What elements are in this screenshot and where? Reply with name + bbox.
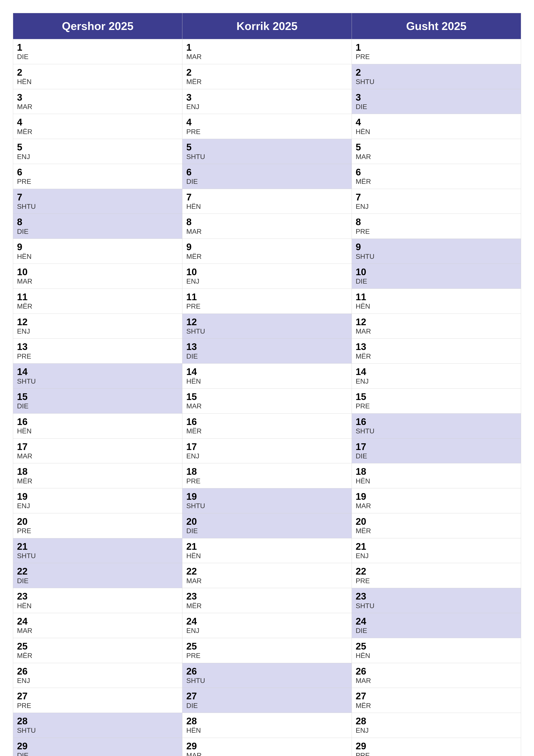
day-number: 1 <box>186 42 347 53</box>
day-number: 12 <box>356 317 517 327</box>
day-number: 23 <box>356 591 517 602</box>
day-number: 24 <box>17 616 178 627</box>
day-number: 14 <box>17 366 178 377</box>
day-number: 6 <box>17 167 178 177</box>
header-row: Qershor 2025 Korrik 2025 Gusht 2025 <box>13 13 521 39</box>
day-name: DIE <box>356 452 517 460</box>
day-name: DIE <box>356 627 517 635</box>
day-cell: 20MËR <box>352 513 521 538</box>
day-cell: 13DIE <box>182 338 352 364</box>
day-name: ENJ <box>356 202 517 210</box>
day-cell: 19ENJ <box>13 488 182 513</box>
day-number: 22 <box>356 566 517 577</box>
day-number: 22 <box>186 566 347 577</box>
day-number: 24 <box>356 616 517 627</box>
day-name: MËR <box>17 127 178 136</box>
day-cell: 11PRE <box>182 288 352 313</box>
day-cell: 2HËN <box>13 64 182 89</box>
day-cell: 16SHTU <box>352 413 521 438</box>
day-cell: 12SHTU <box>182 313 352 338</box>
day-number: 9 <box>186 242 347 252</box>
day-name: ENJ <box>356 552 517 560</box>
day-number: 27 <box>186 691 347 701</box>
day-row: 8DIE8MAR8PRE <box>13 214 521 239</box>
day-cell: 17MAR <box>13 438 182 463</box>
day-cell: 29MAR <box>182 738 352 756</box>
day-name: MAR <box>356 327 517 335</box>
day-number: 2 <box>186 67 347 78</box>
day-cell: 19SHTU <box>182 488 352 513</box>
day-cell: 2MËR <box>182 64 352 89</box>
day-row: 5ENJ5SHTU5MAR <box>13 139 521 164</box>
day-cell: 22PRE <box>352 563 521 588</box>
day-name: HËN <box>17 602 178 610</box>
day-name: ENJ <box>17 152 178 161</box>
day-name: MAR <box>186 751 347 756</box>
day-number: 10 <box>17 267 178 277</box>
day-name: PRE <box>356 53 517 61</box>
day-cell: 7SHTU <box>13 189 182 214</box>
day-cell: 8DIE <box>13 214 182 239</box>
day-name: DIE <box>186 177 347 186</box>
day-name: HËN <box>356 477 517 485</box>
day-name: PRE <box>186 652 347 660</box>
day-name: MËR <box>356 352 517 360</box>
day-number: 24 <box>186 616 347 627</box>
day-name: SHTU <box>186 502 347 510</box>
day-name: PRE <box>186 127 347 136</box>
day-number: 4 <box>356 117 517 127</box>
day-cell: 3ENJ <box>182 89 352 114</box>
day-cell: 6PRE <box>13 164 182 189</box>
day-cell: 4HËN <box>352 114 521 139</box>
day-cell: 8MAR <box>182 214 352 239</box>
day-number: 28 <box>17 716 178 726</box>
day-number: 15 <box>356 392 517 402</box>
day-row: 21SHTU21HËN21ENJ <box>13 538 521 563</box>
day-cell: 15DIE <box>13 388 182 413</box>
day-cell: 22DIE <box>13 563 182 588</box>
day-row: 16HËN16MËR16SHTU <box>13 413 521 438</box>
day-cell: 16HËN <box>13 413 182 438</box>
day-name: DIE <box>17 751 178 756</box>
day-name: ENJ <box>186 627 347 635</box>
day-number: 18 <box>356 466 517 477</box>
day-cell: 15PRE <box>352 388 521 413</box>
day-row: 23HËN23MËR23SHTU <box>13 588 521 613</box>
day-row: 13PRE13DIE13MËR <box>13 338 521 364</box>
day-number: 25 <box>356 641 517 652</box>
day-number: 25 <box>17 641 178 652</box>
day-name: PRE <box>17 352 178 360</box>
day-name: MËR <box>186 78 347 86</box>
day-number: 21 <box>17 541 178 552</box>
day-cell: 26MAR <box>352 663 521 688</box>
day-name: SHTU <box>17 377 178 385</box>
day-name: PRE <box>17 177 178 186</box>
day-number: 20 <box>356 516 517 527</box>
day-name: ENJ <box>186 452 347 460</box>
day-row: 12ENJ12SHTU12MAR <box>13 313 521 338</box>
day-number: 26 <box>17 666 178 676</box>
day-cell: 15MAR <box>182 388 352 413</box>
day-number: 17 <box>17 442 178 452</box>
day-name: SHTU <box>186 327 347 335</box>
day-row: 3MAR3ENJ3DIE <box>13 89 521 114</box>
day-name: MËR <box>186 252 347 260</box>
day-cell: 23HËN <box>13 588 182 613</box>
day-name: PRE <box>356 402 517 410</box>
day-row: 29DIE29MAR29PRE <box>13 738 521 756</box>
day-number: 16 <box>356 417 517 427</box>
day-cell: 9HËN <box>13 239 182 264</box>
day-name: MAR <box>186 577 347 585</box>
day-cell: 9MËR <box>182 239 352 264</box>
day-cell: 14HËN <box>182 364 352 389</box>
day-cell: 5SHTU <box>182 139 352 164</box>
day-cell: 20DIE <box>182 513 352 538</box>
day-row: 1DIE1MAR1PRE <box>13 39 521 64</box>
day-cell: 6DIE <box>182 164 352 189</box>
day-number: 14 <box>186 366 347 377</box>
day-name: MËR <box>356 527 517 535</box>
day-row: 2HËN2MËR2SHTU <box>13 64 521 89</box>
day-number: 3 <box>356 92 517 103</box>
day-name: MËR <box>17 652 178 660</box>
day-cell: 27PRE <box>13 688 182 713</box>
